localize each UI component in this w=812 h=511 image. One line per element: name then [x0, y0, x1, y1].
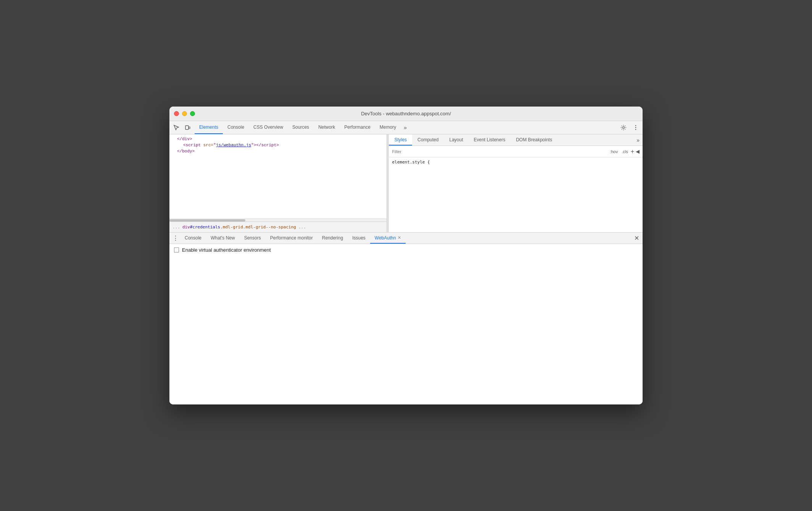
devtools: Elements Console CSS Overview Sources Ne…	[169, 121, 643, 404]
styles-filter-input[interactable]	[392, 149, 609, 154]
devtools-bottom-panel: ⋮ Console What's New Sensors Performance…	[169, 232, 643, 404]
device-toolbar-icon[interactable]	[182, 122, 193, 133]
minimize-button[interactable]	[182, 111, 187, 116]
styles-tab-dom-breakpoints[interactable]: DOM Breakpoints	[511, 134, 557, 146]
styles-tab-more-icon[interactable]: »	[633, 134, 643, 146]
settings-icon[interactable]	[618, 122, 629, 133]
filter-cls-button[interactable]: .cls	[620, 149, 629, 154]
devtools-window: DevTools - webauthndemo.appspot.com/	[169, 107, 643, 404]
svg-point-2	[623, 127, 625, 129]
window-title: DevTools - webauthndemo.appspot.com/	[361, 111, 451, 116]
breadcrumb-more[interactable]: ...	[298, 225, 306, 230]
filter-add-button[interactable]: +	[631, 149, 634, 155]
tab-css-overview[interactable]: CSS Overview	[249, 121, 288, 134]
tab-sources[interactable]: Sources	[288, 121, 314, 134]
bottom-tab-issues[interactable]: Issues	[348, 233, 370, 244]
bottom-tab-rendering[interactable]: Rendering	[317, 233, 348, 244]
bottom-panel-menu-icon[interactable]: ⋮	[171, 234, 180, 243]
toolbar-icons	[171, 122, 193, 133]
tab-performance[interactable]: Performance	[340, 121, 375, 134]
tab-console[interactable]: Console	[223, 121, 249, 134]
traffic-lights	[174, 111, 195, 116]
breadcrumb: ... div#credentials.mdl-grid.mdl-grid--n…	[169, 222, 387, 232]
elements-tree: </div> <script src="js/webauthn.js"></sc…	[169, 134, 387, 218]
svg-point-4	[635, 127, 636, 128]
close-button[interactable]	[174, 111, 179, 116]
breadcrumb-dots[interactable]: ...	[172, 225, 180, 230]
tab-more-icon[interactable]: »	[401, 121, 410, 134]
panel-elements: </div> <script src="js/webauthn.js"></sc…	[169, 134, 387, 232]
inspect-icon[interactable]	[171, 122, 182, 133]
menu-icon[interactable]	[630, 122, 641, 133]
styles-tab-computed[interactable]: Computed	[412, 134, 444, 146]
devtools-main-content: </div> <script src="js/webauthn.js"></sc…	[169, 134, 643, 232]
filter-toggle-button[interactable]: ◀	[636, 149, 640, 154]
elements-horizontal-scrollbar[interactable]	[169, 218, 387, 222]
bottom-tab-console[interactable]: Console	[180, 233, 206, 244]
enable-authenticator-row: Enable virtual authenticator environment	[174, 247, 638, 253]
styles-tabs: Styles Computed Layout Event Listeners D…	[389, 134, 643, 146]
fullscreen-button[interactable]	[190, 111, 195, 116]
styles-content: element.style {	[389, 157, 643, 232]
styles-filter-bar: :hov .cls + ◀	[389, 146, 643, 157]
enable-authenticator-checkbox[interactable]	[174, 247, 179, 252]
styles-tab-layout[interactable]: Layout	[444, 134, 468, 146]
scrollbar-thumb	[169, 219, 245, 222]
elements-line-2[interactable]: <script src="js/webauthn.js"></script>	[169, 142, 387, 148]
webauthn-content: Enable virtual authenticator environment	[169, 244, 643, 404]
tab-elements[interactable]: Elements	[195, 121, 223, 134]
devtools-tabs: Elements Console CSS Overview Sources Ne…	[195, 121, 618, 134]
breadcrumb-item[interactable]: div#credentials.mdl-grid.mdl-grid--no-sp…	[182, 225, 296, 230]
tab-memory[interactable]: Memory	[375, 121, 401, 134]
elements-line-1: </div>	[169, 136, 387, 142]
bottom-tabs-bar: ⋮ Console What's New Sensors Performance…	[169, 233, 643, 244]
element-style-rule: element.style {	[392, 160, 640, 165]
styles-tab-styles[interactable]: Styles	[389, 134, 412, 146]
svg-point-3	[635, 125, 636, 126]
styles-tab-event-listeners[interactable]: Event Listeners	[468, 134, 511, 146]
bottom-tab-whats-new[interactable]: What's New	[206, 233, 240, 244]
bottom-panel-close-button[interactable]: ✕	[632, 234, 641, 243]
svg-point-5	[635, 129, 636, 130]
bottom-tab-sensors[interactable]: Sensors	[240, 233, 266, 244]
elements-line-3: </body>	[169, 148, 387, 154]
filter-hov-button[interactable]: :hov	[609, 149, 619, 154]
bottom-tab-webauthn[interactable]: WebAuthn ✕	[370, 233, 406, 244]
styles-filter-buttons: :hov .cls + ◀	[609, 149, 640, 155]
bottom-tab-performance-monitor[interactable]: Performance monitor	[266, 233, 317, 244]
bottom-tab-webauthn-close[interactable]: ✕	[398, 235, 401, 240]
enable-authenticator-label: Enable virtual authenticator environment	[182, 247, 271, 253]
tab-network[interactable]: Network	[314, 121, 340, 134]
titlebar: DevTools - webauthndemo.appspot.com/	[169, 107, 643, 121]
toolbar-right	[618, 122, 641, 133]
panel-styles: Styles Computed Layout Event Listeners D…	[389, 134, 643, 232]
svg-rect-0	[185, 126, 188, 129]
devtools-toolbar: Elements Console CSS Overview Sources Ne…	[169, 121, 643, 134]
svg-rect-1	[189, 127, 190, 129]
